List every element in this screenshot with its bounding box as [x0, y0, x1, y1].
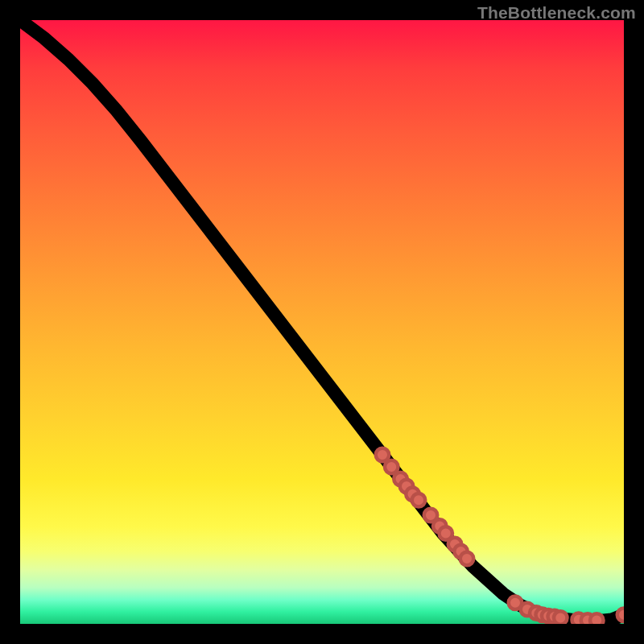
chart-svg	[20, 20, 624, 624]
data-point	[554, 611, 568, 624]
bottleneck-curve	[20, 20, 624, 621]
data-point	[590, 613, 604, 624]
data-point	[385, 460, 398, 474]
data-point	[460, 552, 474, 565]
plot-area	[20, 20, 624, 624]
data-point	[617, 609, 624, 622]
data-point	[412, 493, 426, 507]
data-point	[376, 448, 390, 462]
chart-frame: TheBottleneck.com	[0, 0, 644, 644]
